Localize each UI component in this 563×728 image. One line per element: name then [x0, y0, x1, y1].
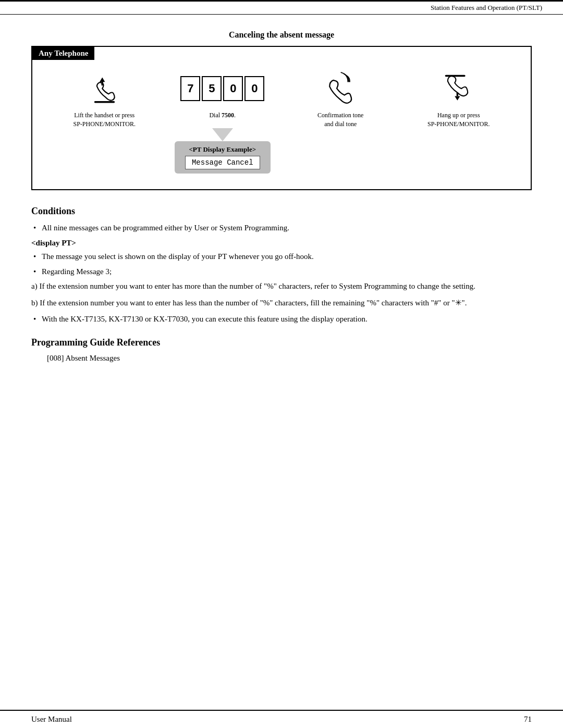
step-dial: 7 5 0 0 Dial 7500. <PT Display Example> … — [166, 70, 279, 174]
dial-digit-3: 0 — [223, 76, 243, 101]
step-lift-label: Lift the handset or press SP-PHONE/MONIT… — [74, 111, 136, 129]
dial-digit-1: 7 — [180, 76, 200, 101]
programming-title: Programming Guide References — [31, 337, 532, 348]
display-pt-title: <display PT> — [31, 239, 532, 248]
svg-rect-5 — [445, 75, 466, 77]
kx-bullet-list: With the KX-T7135, KX-T7130 or KX-T7030,… — [31, 313, 532, 325]
page-footer: User Manual 71 — [0, 710, 563, 728]
pt-display-area: <PT Display Example> Message Cancel — [175, 128, 271, 174]
hangup-icon — [444, 70, 473, 107]
step-confirm: Confirmation tone and dial tone — [284, 70, 397, 129]
kx-bullet: With the KX-T7135, KX-T7130 or KX-T7030,… — [31, 313, 532, 325]
display-pt-bullets: The message you select is shown on the d… — [31, 251, 532, 277]
svg-marker-0 — [100, 78, 105, 82]
section-title: Canceling the absent message — [31, 30, 532, 40]
dial-digit-2: 5 — [202, 76, 222, 101]
conditions-section: Conditions All nine messages can be prog… — [31, 206, 532, 325]
step-hangup: Hang up or press SP-PHONE/MONITOR. — [402, 70, 516, 129]
any-telephone-label: Any Telephone — [32, 47, 94, 60]
conditions-bullets: All nine messages can be programmed eith… — [31, 222, 532, 234]
confirmation-icon — [325, 70, 356, 107]
display-pt-bullet-1: The message you select is shown on the d… — [31, 251, 532, 263]
step-confirm-label: Confirmation tone and dial tone — [317, 111, 363, 129]
svg-marker-3 — [455, 96, 460, 100]
pt-display-bubble: <PT Display Example> Message Cancel — [175, 141, 271, 174]
step-hangup-label: Hang up or press SP-PHONE/MONITOR. — [427, 111, 489, 129]
dial-boxes: 7 5 0 0 — [180, 76, 264, 101]
conditions-bullet-1: All nine messages can be programmed eith… — [31, 222, 532, 234]
conditions-title: Conditions — [31, 206, 532, 217]
header-text: Station Features and Operation (PT/SLT) — [431, 4, 542, 11]
body-text-a: a) If the extension number you want to e… — [31, 280, 532, 292]
dial-digit-4: 0 — [244, 76, 264, 101]
dial-icon: 7 5 0 0 — [180, 70, 264, 107]
any-telephone-box: Any Telephone — [31, 46, 532, 190]
page-header: Station Features and Operation (PT/SLT) — [0, 0, 563, 15]
programming-section: Programming Guide References [008] Absen… — [31, 337, 532, 364]
footer-left: User Manual — [31, 715, 72, 724]
svg-rect-2 — [94, 101, 115, 103]
lift-handset-icon — [90, 70, 119, 107]
pt-display-screen: Message Cancel — [185, 156, 260, 169]
step-lift: Lift the handset or press SP-PHONE/MONIT… — [48, 70, 161, 129]
pt-display-arrow — [212, 128, 233, 141]
step-dial-label: Dial 7500. — [209, 111, 236, 120]
page-content: Canceling the absent message Any Telepho… — [0, 30, 563, 365]
footer-right: 71 — [524, 715, 532, 724]
diagram-row: Lift the handset or press SP-PHONE/MONIT… — [32, 60, 531, 179]
pt-display-title: <PT Display Example> — [185, 145, 260, 154]
programming-ref: [008] Absent Messages — [31, 352, 532, 364]
body-text-b: b) If the extension number you want to e… — [31, 297, 532, 309]
display-pt-bullet-2: Regarding Message 3; — [31, 266, 532, 278]
